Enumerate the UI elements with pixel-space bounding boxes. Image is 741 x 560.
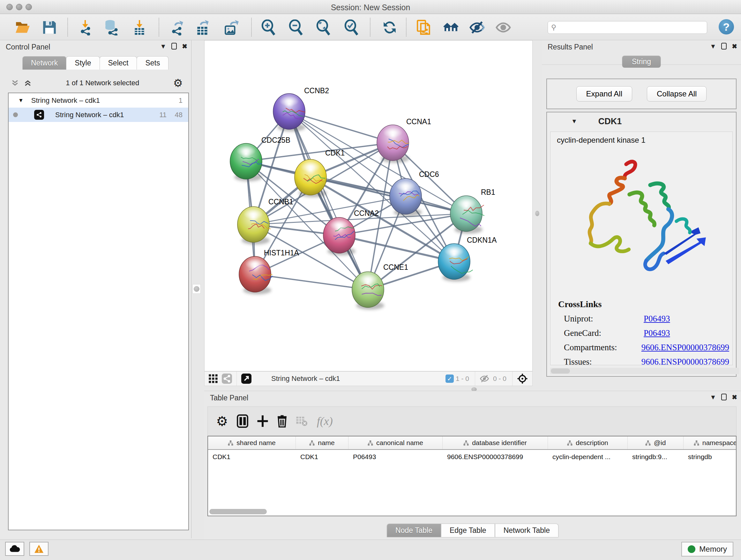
float-panel-icon[interactable]: ▼ bbox=[160, 43, 166, 50]
network-edge[interactable] bbox=[311, 177, 466, 213]
protein-structure-image bbox=[573, 154, 720, 288]
maximize-panel-icon[interactable] bbox=[721, 394, 727, 400]
column-header-name[interactable]: name bbox=[296, 436, 348, 449]
table-options-gear-icon[interactable]: ⚙ bbox=[216, 414, 228, 429]
import-network-file-button[interactable] bbox=[77, 19, 94, 36]
node-table[interactable]: shared namenamecanonical namedatabase id… bbox=[207, 436, 737, 516]
import-network-icon bbox=[77, 19, 93, 36]
memory-button[interactable]: Memory bbox=[681, 542, 733, 557]
zoom-fit-button[interactable] bbox=[315, 19, 332, 36]
hide-selected-button[interactable] bbox=[468, 19, 486, 36]
collapse-all-icon[interactable] bbox=[11, 79, 19, 87]
tree-expand-caret-icon[interactable]: ▼ bbox=[18, 98, 23, 104]
network-edge[interactable] bbox=[289, 111, 368, 290]
delete-column-trash-icon[interactable] bbox=[277, 415, 287, 428]
table-row[interactable]: CDK1CDK1P064939606.ENSP00000378699cyclin… bbox=[208, 450, 736, 464]
selected-counts: 1 - 0 bbox=[456, 375, 469, 382]
column-header-shared-name[interactable]: shared name bbox=[208, 436, 296, 449]
expand-all-icon[interactable] bbox=[23, 79, 32, 87]
crosslink-label: Uniprot: bbox=[564, 314, 644, 324]
maximize-panel-icon[interactable] bbox=[172, 43, 177, 50]
network-options-gear-icon[interactable]: ⚙ bbox=[173, 77, 183, 89]
edge-count: 48 bbox=[175, 111, 183, 119]
network-view-canvas[interactable]: CCNB2CCNA1CDC25BCDK1CDC6RB1CCNB1CCNA2CDK… bbox=[204, 40, 533, 371]
open-in-new-window-icon[interactable] bbox=[241, 374, 252, 384]
search-icon: ⚲ bbox=[551, 23, 556, 32]
create-column-plus-icon[interactable] bbox=[257, 415, 268, 428]
network-selected-status: 1 of 1 Network selected bbox=[32, 79, 173, 87]
import-network-database-button[interactable] bbox=[103, 19, 120, 36]
table-cell[interactable]: P06493 bbox=[348, 453, 443, 461]
table-horizontal-scrollbar[interactable] bbox=[209, 509, 267, 514]
right-divider-grip[interactable] bbox=[535, 211, 539, 216]
table-cell[interactable]: CDK1 bbox=[208, 453, 296, 461]
column-header-id[interactable]: @id bbox=[628, 436, 684, 449]
save-session-button[interactable] bbox=[41, 19, 58, 36]
tab-node-table[interactable]: Node Table bbox=[387, 523, 441, 537]
warnings-button[interactable] bbox=[29, 542, 49, 556]
tab-sets[interactable]: Sets bbox=[137, 56, 169, 70]
tab-network[interactable]: Network bbox=[22, 56, 66, 70]
table-cell[interactable]: stringdb:9... bbox=[628, 453, 684, 461]
collapse-all-button[interactable]: Collapse All bbox=[647, 86, 706, 102]
tab-style[interactable]: Style bbox=[66, 56, 99, 70]
import-table-file-button[interactable] bbox=[131, 19, 148, 36]
apply-layout-button[interactable] bbox=[381, 19, 398, 36]
search-input[interactable] bbox=[559, 23, 704, 32]
export-network-button[interactable] bbox=[169, 19, 186, 36]
column-header-database-identifier[interactable]: database identifier bbox=[443, 436, 548, 449]
column-header-canonical-name[interactable]: canonical name bbox=[348, 436, 443, 449]
crosslink-link[interactable]: P06493 bbox=[644, 314, 670, 324]
cloud-button[interactable] bbox=[5, 542, 24, 556]
crosslink-link[interactable]: 9606.ENSP00000378699 bbox=[642, 343, 729, 353]
show-columns-icon[interactable] bbox=[237, 415, 249, 428]
tab-string[interactable]: String bbox=[622, 56, 661, 68]
network-share-icon[interactable] bbox=[222, 374, 232, 384]
crosslink-label: GeneCard: bbox=[564, 328, 644, 338]
float-panel-icon[interactable]: ▼ bbox=[710, 43, 716, 50]
results-horizontal-scrollbar[interactable] bbox=[550, 368, 739, 374]
crosslink-link[interactable]: P06493 bbox=[644, 328, 670, 338]
gene-collapse-caret-icon[interactable]: ▼ bbox=[571, 118, 577, 125]
clone-network-button[interactable] bbox=[415, 19, 433, 36]
table-cell[interactable]: CDK1 bbox=[296, 453, 348, 461]
float-panel-icon[interactable]: ▼ bbox=[710, 394, 716, 400]
network-collection-row[interactable]: ▼ String Network – cdk1 1 bbox=[9, 93, 188, 108]
zoom-out-icon bbox=[288, 19, 304, 36]
help-button[interactable]: ? bbox=[719, 19, 734, 35]
close-panel-icon[interactable]: ✖ bbox=[732, 394, 737, 400]
open-session-button[interactable] bbox=[14, 19, 31, 36]
tab-edge-table[interactable]: Edge Table bbox=[441, 523, 495, 537]
crosshair-icon[interactable] bbox=[517, 373, 528, 384]
network-tree: ▼ String Network – cdk1 1 String Network… bbox=[8, 92, 189, 530]
tab-network-table[interactable]: Network Table bbox=[495, 523, 558, 537]
copy-documents-icon bbox=[416, 19, 432, 36]
export-image-button[interactable] bbox=[223, 19, 240, 36]
selected-checkbox-icon[interactable]: ✓ bbox=[446, 374, 454, 383]
zoom-in-button[interactable] bbox=[260, 19, 277, 36]
table-cell[interactable]: 9606.ENSP00000378699 bbox=[443, 453, 548, 461]
expand-all-button[interactable]: Expand All bbox=[576, 86, 632, 102]
network-visible-dot bbox=[13, 112, 18, 117]
tab-select[interactable]: Select bbox=[99, 56, 137, 70]
close-panel-icon[interactable]: ✖ bbox=[732, 43, 737, 50]
node-label-CCNE1: CCNE1 bbox=[383, 263, 408, 271]
gene-header-row[interactable]: ▼ CDK1 bbox=[547, 112, 736, 130]
home-button[interactable] bbox=[442, 19, 460, 36]
crosslink-link[interactable]: 9606.ENSP00000378699 bbox=[642, 357, 729, 365]
left-divider-grip[interactable] bbox=[192, 284, 201, 294]
table-cell[interactable]: cyclin-dependent ... bbox=[548, 453, 628, 461]
birds-eye-grid-icon[interactable] bbox=[208, 374, 218, 383]
show-all-button[interactable] bbox=[495, 19, 512, 36]
table-cell[interactable]: stringdb bbox=[684, 453, 737, 461]
zoom-selected-button[interactable] bbox=[343, 19, 360, 36]
network-view-title: String Network – cdk1 bbox=[271, 374, 446, 383]
network-row[interactable]: String Network – cdk1 11 48 bbox=[9, 108, 188, 122]
close-panel-icon[interactable]: ✖ bbox=[182, 43, 187, 50]
zoom-selected-icon bbox=[343, 19, 359, 36]
column-header-description[interactable]: description bbox=[548, 436, 628, 449]
column-header-namespace[interactable]: namespace bbox=[684, 436, 737, 449]
zoom-out-button[interactable] bbox=[287, 19, 305, 36]
maximize-panel-icon[interactable] bbox=[721, 43, 727, 50]
export-table-button[interactable] bbox=[194, 19, 211, 36]
